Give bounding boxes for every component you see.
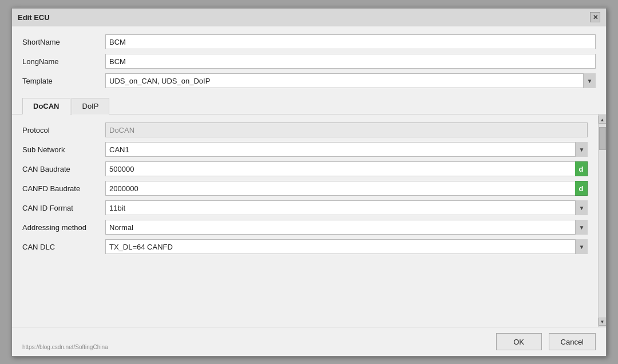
can-id-format-select[interactable]: 11bit 29bit (105, 200, 588, 215)
shortname-label: ShortName (22, 38, 105, 46)
can-baudrate-badge: d (575, 161, 588, 176)
can-baudrate-label: CAN Baudrate (22, 165, 105, 173)
subnetwork-select[interactable]: CAN1 (105, 142, 588, 157)
template-row: Template UDS_on_CAN, UDS_on_DoIP ▼ (22, 73, 596, 88)
canfd-baudrate-input-group: d (105, 181, 588, 196)
shortname-input[interactable] (105, 34, 596, 49)
scrollbar: ▲ ▼ (598, 114, 606, 327)
longname-row: LongName (22, 54, 596, 69)
docan-body: Protocol Sub Network CAN1 ▼ CAN Baudrate (12, 114, 598, 327)
addressing-method-label: Addressing method (22, 223, 105, 232)
title-bar: Edit ECU ✕ (12, 9, 606, 26)
dialog-title: Edit ECU (18, 13, 50, 22)
footer: https://blog.csdn.net/SoftingChina OK Ca… (12, 327, 606, 356)
cancel-button[interactable]: Cancel (549, 333, 596, 350)
can-baudrate-input[interactable] (105, 161, 575, 176)
edit-ecu-dialog: Edit ECU ✕ ShortName LongName Template U… (11, 7, 607, 357)
tab-content: Protocol Sub Network CAN1 ▼ CAN Baudrate (12, 114, 606, 327)
template-select-wrap: UDS_on_CAN, UDS_on_DoIP ▼ (105, 73, 596, 88)
close-button[interactable]: ✕ (590, 12, 600, 22)
tab-doip[interactable]: DoIP (72, 98, 110, 114)
can-dlc-row: CAN DLC TX_DL=64 CANFD TX_DL=8 ▼ (22, 239, 588, 254)
canfd-baudrate-badge: d (575, 181, 588, 196)
addressing-method-row: Addressing method Normal Extended ▼ (22, 220, 588, 235)
scroll-up-button[interactable]: ▲ (599, 116, 607, 124)
template-label: Template (22, 77, 105, 85)
tab-docan[interactable]: DoCAN (22, 98, 70, 114)
canfd-baudrate-input[interactable] (105, 181, 575, 196)
can-dlc-label: CAN DLC (22, 243, 105, 251)
tabs-section: DoCAN DoIP (12, 97, 606, 114)
protocol-row: Protocol (22, 122, 588, 137)
longname-input[interactable] (105, 54, 596, 69)
template-select[interactable]: UDS_on_CAN, UDS_on_DoIP (105, 73, 596, 88)
shortname-row: ShortName (22, 34, 596, 49)
protocol-input (105, 122, 588, 137)
canfd-baudrate-row: CANFD Baudrate d (22, 181, 588, 196)
can-id-format-select-wrap: 11bit 29bit ▼ (105, 200, 588, 215)
can-id-format-label: CAN ID Format (22, 204, 105, 212)
protocol-label: Protocol (22, 126, 105, 134)
top-form: ShortName LongName Template UDS_on_CAN, … (12, 26, 606, 97)
scroll-thumb[interactable] (599, 127, 606, 150)
can-id-format-row: CAN ID Format 11bit 29bit ▼ (22, 200, 588, 215)
can-dlc-select-wrap: TX_DL=64 CANFD TX_DL=8 ▼ (105, 239, 588, 254)
subnetwork-label: Sub Network (22, 145, 105, 154)
can-baudrate-row: CAN Baudrate d (22, 161, 588, 176)
canfd-baudrate-label: CANFD Baudrate (22, 184, 105, 193)
can-baudrate-input-group: d (105, 161, 588, 176)
ok-button[interactable]: OK (496, 333, 542, 350)
addressing-method-select[interactable]: Normal Extended (105, 220, 588, 235)
can-dlc-select[interactable]: TX_DL=64 CANFD TX_DL=8 (105, 239, 588, 254)
subnetwork-row: Sub Network CAN1 ▼ (22, 142, 588, 157)
watermark: https://blog.csdn.net/SoftingChina (22, 344, 108, 350)
longname-label: LongName (22, 57, 105, 66)
subnetwork-select-wrap: CAN1 ▼ (105, 142, 588, 157)
addressing-method-select-wrap: Normal Extended ▼ (105, 220, 588, 235)
scroll-track (599, 125, 606, 316)
scroll-down-button[interactable]: ▼ (599, 318, 607, 326)
